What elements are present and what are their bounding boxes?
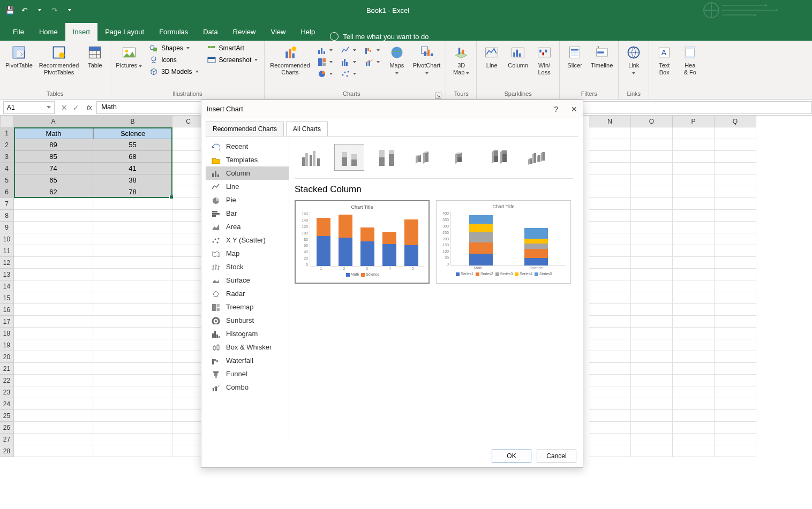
chart-category-histogram[interactable]: Histogram xyxy=(206,327,289,340)
cell[interactable] xyxy=(172,280,205,292)
cell[interactable] xyxy=(673,316,715,328)
cell[interactable] xyxy=(715,351,756,363)
cell[interactable] xyxy=(14,386,93,398)
cell[interactable] xyxy=(589,198,631,210)
cell[interactable] xyxy=(631,245,673,257)
cell[interactable] xyxy=(93,233,172,245)
cell[interactable] xyxy=(715,328,756,339)
cell[interactable] xyxy=(631,198,673,210)
recommended-charts-button[interactable]: Recommended Charts xyxy=(268,43,312,89)
cell[interactable] xyxy=(631,280,673,292)
cell[interactable] xyxy=(673,222,715,233)
cell[interactable] xyxy=(673,139,715,151)
subtype-3d-clustered-column[interactable] xyxy=(409,144,439,171)
cell[interactable] xyxy=(715,445,756,457)
cell[interactable]: 65 xyxy=(14,174,93,186)
col-header-c[interactable]: C xyxy=(172,116,205,127)
cell[interactable] xyxy=(589,233,631,245)
ok-button[interactable]: OK xyxy=(492,450,531,462)
pie-chart-dropdown[interactable] xyxy=(314,69,336,79)
cell[interactable] xyxy=(673,304,715,316)
cell[interactable] xyxy=(715,163,756,174)
cell[interactable]: 62 xyxy=(14,186,93,198)
cell[interactable] xyxy=(673,351,715,363)
chart-category-waterfall[interactable]: Waterfall xyxy=(206,354,289,367)
cell[interactable] xyxy=(673,375,715,386)
cell[interactable] xyxy=(589,422,631,434)
cell[interactable] xyxy=(631,375,673,386)
chart-category-treemap[interactable]: Treemap xyxy=(206,300,289,314)
row-header[interactable]: 11 xyxy=(0,245,14,257)
cell[interactable] xyxy=(93,304,172,316)
cell[interactable] xyxy=(715,210,756,222)
3d-map-button[interactable]: 3D Map xyxy=(449,43,473,89)
col-header-b[interactable]: B xyxy=(93,116,172,127)
cell[interactable] xyxy=(93,445,172,457)
cell[interactable] xyxy=(93,292,172,304)
tab-file[interactable]: File xyxy=(5,23,32,41)
fx-icon[interactable]: fx xyxy=(82,103,96,111)
cell[interactable] xyxy=(172,269,205,280)
sparkline-winloss-button[interactable]: Win/ Loss xyxy=(532,43,556,89)
cell[interactable] xyxy=(589,222,631,233)
cell[interactable] xyxy=(93,257,172,269)
tab-formulas[interactable]: Formulas xyxy=(152,23,196,41)
chart-category-sunburst[interactable]: Sunburst xyxy=(206,314,289,327)
cell[interactable] xyxy=(673,398,715,410)
3d-models-button[interactable]: 3D Models xyxy=(146,66,201,77)
chart-category-radar[interactable]: Radar xyxy=(206,287,289,300)
col-header-p[interactable]: P xyxy=(673,116,715,127)
row-header[interactable]: 10 xyxy=(0,233,14,245)
cell[interactable] xyxy=(715,434,756,445)
cell[interactable] xyxy=(172,398,205,410)
cell[interactable] xyxy=(715,127,756,139)
col-header-a[interactable]: A xyxy=(14,116,93,127)
chart-category-surface[interactable]: Surface xyxy=(206,274,289,287)
cell[interactable] xyxy=(589,127,631,139)
tab-insert[interactable]: Insert xyxy=(65,23,98,41)
tab-view[interactable]: View xyxy=(263,23,293,41)
cell[interactable] xyxy=(14,410,93,422)
cell[interactable] xyxy=(14,339,93,351)
cell[interactable] xyxy=(93,328,172,339)
cell[interactable] xyxy=(589,339,631,351)
cell[interactable] xyxy=(631,127,673,139)
cell[interactable] xyxy=(172,422,205,434)
cell[interactable] xyxy=(589,174,631,186)
cell[interactable] xyxy=(673,174,715,186)
cell[interactable] xyxy=(673,328,715,339)
cell[interactable] xyxy=(673,292,715,304)
cell[interactable] xyxy=(14,198,93,210)
cell[interactable] xyxy=(673,233,715,245)
row-header[interactable]: 27 xyxy=(0,434,14,445)
cell[interactable] xyxy=(631,339,673,351)
row-header[interactable]: 13 xyxy=(0,269,14,280)
cell[interactable] xyxy=(14,257,93,269)
cell[interactable] xyxy=(14,434,93,445)
cell[interactable] xyxy=(14,351,93,363)
cell[interactable] xyxy=(589,257,631,269)
cell[interactable] xyxy=(715,198,756,210)
cell[interactable] xyxy=(14,316,93,328)
cell[interactable] xyxy=(172,186,205,198)
cell[interactable] xyxy=(589,398,631,410)
chart-category-box-whisker[interactable]: Box & Whisker xyxy=(206,340,289,354)
cell[interactable]: 85 xyxy=(14,151,93,163)
cell[interactable] xyxy=(673,198,715,210)
cell[interactable] xyxy=(631,328,673,339)
cell[interactable] xyxy=(631,151,673,163)
row-header[interactable]: 22 xyxy=(0,375,14,386)
cell[interactable] xyxy=(14,363,93,375)
cell[interactable] xyxy=(589,245,631,257)
cell[interactable] xyxy=(631,257,673,269)
row-header[interactable]: 1 xyxy=(0,127,14,139)
cell[interactable] xyxy=(589,304,631,316)
cell[interactable] xyxy=(93,269,172,280)
recommended-pivottables-button[interactable]: Recommended PivotTables xyxy=(37,43,81,89)
cell[interactable] xyxy=(631,186,673,198)
cell[interactable] xyxy=(673,386,715,398)
cell[interactable] xyxy=(14,422,93,434)
screenshot-button[interactable]: Screenshot xyxy=(204,55,261,65)
row-header[interactable]: 28 xyxy=(0,445,14,457)
cancel-button[interactable]: Cancel xyxy=(537,450,576,462)
